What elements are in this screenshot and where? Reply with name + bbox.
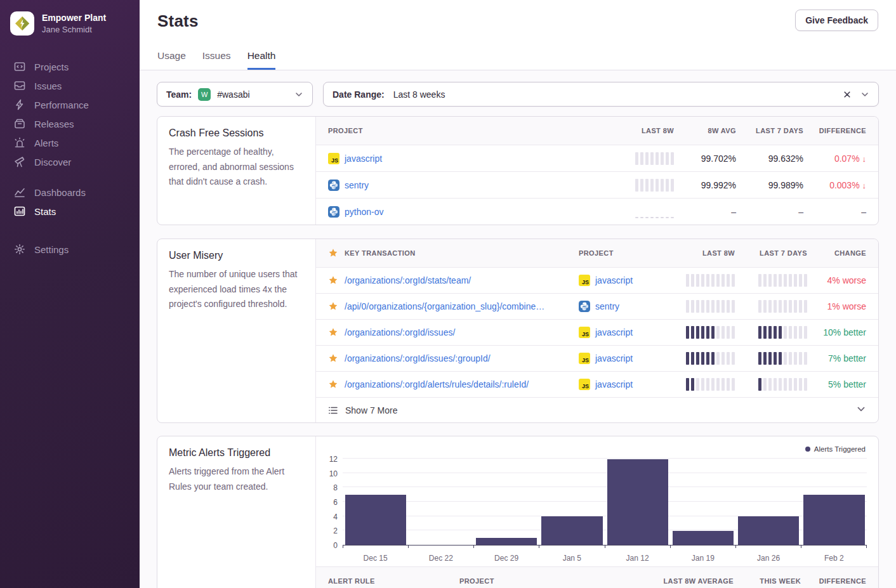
legend-dot-icon: [805, 447, 810, 452]
sparkline: [686, 378, 735, 391]
alerts-icon: [14, 137, 25, 148]
sidebar-item-label: Performance: [34, 100, 89, 110]
team-value: #wasabi: [217, 89, 249, 100]
team-label: Team:: [166, 89, 192, 100]
filter-bar: Team: W #wasabi Date Range: Last 8 weeks: [157, 82, 879, 107]
tab-health[interactable]: Health: [247, 50, 276, 70]
star-icon: [328, 301, 338, 311]
sidebar-item-issues[interactable]: Issues: [0, 76, 140, 95]
user-misery-rows: /organizations/:orgId/stats/team/JSjavas…: [316, 267, 878, 397]
change-value: 10% better: [814, 327, 878, 337]
chart-x-label: Dec 22: [408, 554, 473, 563]
performance-icon: [14, 99, 25, 110]
transaction-link[interactable]: /organizations/:orgId/issues/:groupId/: [345, 353, 491, 363]
javascript-platform-icon: JS: [328, 153, 339, 164]
chart-bar: [474, 459, 539, 545]
sidebar-item-alerts[interactable]: Alerts: [0, 133, 140, 152]
alerts-triggered-chart: Alerts Triggered 024681012 Dec 15Dec 22D…: [316, 436, 878, 566]
releases-icon: [14, 118, 25, 129]
chart-bar: [670, 459, 735, 545]
chart-x-ticks: [343, 546, 867, 548]
sidebar-item-releases[interactable]: Releases: [0, 114, 140, 133]
chart-x-label: Jan 5: [539, 554, 605, 563]
transaction-link[interactable]: /api/0/organizations/{organization_slug}…: [345, 301, 544, 311]
sidebar-item-dashboards[interactable]: Dashboards: [0, 183, 140, 202]
chart-x-label: Feb 2: [801, 554, 867, 563]
chart-plot: [343, 459, 867, 546]
project-link[interactable]: javascript: [345, 154, 382, 164]
chevron-down-icon: [856, 404, 866, 414]
team-avatar: W: [198, 88, 211, 101]
discover-icon: [14, 156, 25, 167]
avg-value: –: [680, 207, 742, 217]
table-row: /api/0/organizations/{organization_slug}…: [316, 293, 878, 319]
sidebar-item-label: Discover: [34, 157, 71, 167]
chart-y-axis: 024681012: [325, 459, 343, 546]
arrow-down-icon: ↓: [862, 154, 867, 164]
arrow-down-icon: ↓: [862, 181, 867, 190]
star-icon: [328, 327, 338, 337]
change-value: 4% worse: [814, 275, 878, 285]
project-link[interactable]: sentry: [345, 180, 369, 190]
date-range-label: Date Range:: [333, 89, 385, 100]
chart-bar: [605, 459, 670, 545]
python-platform-icon: [579, 301, 590, 312]
panel-title: User Misery: [169, 250, 304, 261]
chevron-down-icon[interactable]: [860, 90, 869, 99]
chart-bar: [343, 459, 408, 545]
table-header: Key Transaction Project Last 8W Last 7 D…: [316, 239, 878, 267]
sidebar-item-label: Alerts: [34, 138, 58, 148]
project-link[interactable]: sentry: [595, 301, 619, 311]
sparkline: [635, 179, 674, 192]
project-link[interactable]: javascript: [595, 327, 633, 337]
tab-issues[interactable]: Issues: [202, 50, 231, 70]
sidebar-item-projects[interactable]: Projects: [0, 57, 140, 76]
give-feedback-button[interactable]: Give Feedback: [795, 10, 878, 31]
team-select[interactable]: Team: W #wasabi: [157, 82, 313, 107]
table-row: /organizations/:orgId/issues/:groupId/JS…: [316, 345, 878, 371]
project-link[interactable]: javascript: [595, 275, 633, 285]
sidebar-item-stats[interactable]: Stats: [0, 202, 140, 221]
sidebar-item-label: Issues: [34, 81, 62, 91]
python-platform-icon: [328, 180, 339, 191]
project-link[interactable]: javascript: [595, 379, 633, 389]
panel-description: The percentage of healthy, errored, and …: [169, 145, 304, 190]
transaction-link[interactable]: /organizations/:orgId/stats/team/: [345, 275, 471, 285]
sidebar-item-performance[interactable]: Performance: [0, 95, 140, 114]
chart-x-label: Jan 12: [605, 554, 670, 563]
stats-icon: [14, 206, 25, 217]
sparkline: [686, 300, 735, 313]
last7-value: 99.989%: [742, 180, 810, 190]
org-switcher[interactable]: Empower Plant Jane Schmidt: [0, 0, 140, 43]
table-row: /organizations/:orgId/alerts/rules/detai…: [316, 371, 878, 397]
javascript-platform-icon: JS: [579, 275, 590, 286]
javascript-platform-icon: JS: [579, 353, 590, 364]
table-row: sentry 99.992% 99.989% 0.003% ↓: [316, 171, 878, 198]
org-name: Empower Plant: [42, 13, 106, 24]
avg-value: 99.992%: [680, 180, 742, 190]
clear-icon[interactable]: [843, 90, 852, 99]
projects-icon: [14, 61, 25, 72]
avg-value: 99.702%: [680, 154, 742, 164]
sparkline: [758, 326, 807, 339]
tab-bar: Usage Issues Health: [157, 50, 275, 70]
transaction-link[interactable]: /organizations/:orgId/alerts/rules/detai…: [345, 379, 529, 389]
panel-title: Metric Alerts Triggered: [169, 447, 304, 459]
list-icon: [328, 405, 338, 415]
dashboards-icon: [14, 186, 25, 198]
transaction-link[interactable]: /organizations/:orgId/issues/: [345, 327, 455, 337]
chart-bar: [539, 459, 605, 545]
sidebar-item-settings[interactable]: Settings: [0, 240, 140, 259]
show-more-button[interactable]: Show 7 More: [316, 397, 878, 422]
sparkline: [635, 152, 674, 165]
tab-usage[interactable]: Usage: [157, 50, 186, 70]
sparkline: [686, 326, 735, 339]
project-link[interactable]: python-ov: [345, 207, 383, 217]
change-value: 1% worse: [814, 301, 878, 311]
date-range-select[interactable]: Date Range: Last 8 weeks: [323, 82, 879, 107]
chart-x-label: Jan 26: [736, 554, 801, 563]
project-link[interactable]: javascript: [595, 353, 633, 363]
sidebar-item-discover[interactable]: Discover: [0, 152, 140, 171]
page-title: Stats: [140, 0, 896, 31]
panel-title: Crash Free Sessions: [169, 127, 304, 139]
